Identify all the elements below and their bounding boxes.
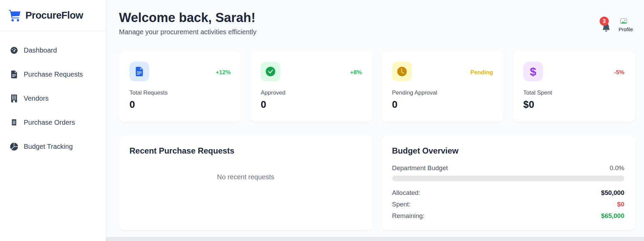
stat-value: 0 xyxy=(261,99,362,110)
sidebar-item-label: Purchase Orders xyxy=(24,119,75,126)
page-header: Welcome back, Sarah! Manage your procure… xyxy=(119,10,635,36)
stat-card-pending-approval: Pending Pending Approval 0 xyxy=(382,51,504,122)
clock-icon-tile xyxy=(392,62,412,81)
stat-value: 0 xyxy=(392,99,493,110)
budget-overview-panel: Budget Overview Department Budget 0.0% A… xyxy=(382,136,635,230)
stat-card-approved: +8% Approved 0 xyxy=(250,51,372,122)
sidebar-item-vendors[interactable]: Vendors xyxy=(5,91,100,106)
budget-row-remaining: Remaining: $65,000 xyxy=(392,212,625,220)
budget-row-value: $65,000 xyxy=(601,212,624,220)
panels-row: Recent Purchase Requests No recent reque… xyxy=(119,136,635,230)
trend-value: -5% xyxy=(614,69,624,76)
stat-cards: +12% Total Requests 0 +8% Approved 0 xyxy=(119,51,635,122)
budget-percent-used: 0.0% xyxy=(610,164,624,172)
speedometer-icon xyxy=(10,46,18,54)
empty-state-message: No recent requests xyxy=(129,173,362,181)
panel-title: Recent Purchase Requests xyxy=(129,146,362,156)
sidebar-nav: Dashboard Purchase Requests Vendors Purc… xyxy=(0,31,106,154)
sidebar-item-budget-tracking[interactable]: Budget Tracking xyxy=(5,139,100,154)
sidebar-item-label: Vendors xyxy=(24,95,48,102)
trend-value: Pending xyxy=(470,69,493,76)
broken-image-icon xyxy=(620,18,627,25)
recent-purchase-requests-panel: Recent Purchase Requests No recent reque… xyxy=(119,136,373,230)
page-title: Welcome back, Sarah! xyxy=(119,10,256,25)
stat-card-total-requests: +12% Total Requests 0 xyxy=(119,51,241,122)
panel-title: Budget Overview xyxy=(392,146,625,156)
trend-value: +12% xyxy=(216,69,230,76)
stat-card-total-spent: $ -5% Total Spent $0 xyxy=(513,51,635,122)
notifications-button[interactable]: 3 xyxy=(602,23,610,33)
check-circle-icon-tile xyxy=(261,62,280,81)
budget-bar-label: Department Budget xyxy=(392,164,448,172)
header-actions: 3 Profile xyxy=(602,10,635,36)
app-name: ProcureFlow xyxy=(25,10,83,21)
profile-alt-text: Profile xyxy=(619,26,635,32)
file-text-icon xyxy=(10,71,18,78)
stat-value: $0 xyxy=(523,99,624,110)
dollar-icon: $ xyxy=(530,66,536,77)
sidebar-item-label: Purchase Requests xyxy=(24,71,83,78)
trend-value: +8% xyxy=(350,69,362,76)
budget-row-label: Spent: xyxy=(392,201,411,208)
sidebar-item-label: Budget Tracking xyxy=(24,143,73,150)
sidebar: ProcureFlow Dashboard Purchase Requests xyxy=(0,0,106,241)
app-logo: ProcureFlow xyxy=(0,0,106,31)
budget-progress-bar xyxy=(392,176,625,181)
sidebar-item-purchase-orders[interactable]: Purchase Orders xyxy=(5,115,100,130)
stat-label: Pending Approval xyxy=(392,89,493,96)
document-icon xyxy=(135,67,144,76)
shopping-cart-icon xyxy=(9,9,21,21)
budget-row-value: $50,000 xyxy=(601,189,624,197)
pie-chart-icon xyxy=(10,143,18,150)
stat-label: Total Spent xyxy=(523,89,624,96)
dollar-icon-tile: $ xyxy=(523,62,543,81)
stat-label: Total Requests xyxy=(129,89,230,96)
budget-row-label: Remaining: xyxy=(392,212,425,220)
budget-row-allocated: Allocated: $50,000 xyxy=(392,189,625,197)
main-content: Welcome back, Sarah! Manage your procure… xyxy=(106,0,644,241)
budget-row-spent: Spent: $0 xyxy=(392,201,625,208)
stat-value: 0 xyxy=(129,99,230,110)
budget-row-value: $0 xyxy=(617,201,624,208)
sidebar-item-label: Dashboard xyxy=(24,46,57,54)
sidebar-item-purchase-requests[interactable]: Purchase Requests xyxy=(5,67,100,82)
receipt-icon xyxy=(10,119,18,126)
clock-icon xyxy=(397,67,407,76)
document-icon-tile xyxy=(129,62,149,81)
check-circle-icon xyxy=(266,67,275,76)
notification-badge: 3 xyxy=(600,17,609,26)
building-icon xyxy=(10,95,18,102)
horizontal-scrollbar[interactable] xyxy=(106,237,644,241)
sidebar-item-dashboard[interactable]: Dashboard xyxy=(5,43,100,58)
page-subtitle: Manage your procurement activities effic… xyxy=(119,28,256,36)
budget-row-label: Allocated: xyxy=(392,189,420,197)
profile-avatar[interactable]: Profile xyxy=(619,18,635,32)
stat-label: Approved xyxy=(261,89,362,96)
